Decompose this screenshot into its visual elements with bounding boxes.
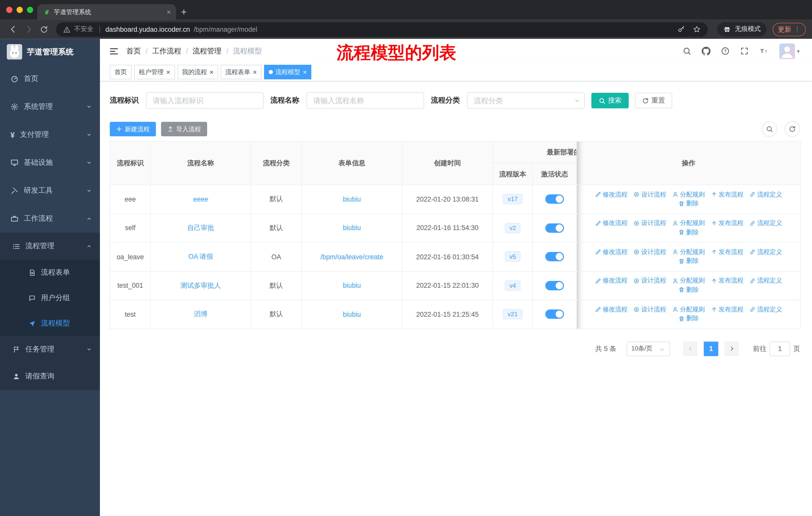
form-info-link[interactable]: biubiu (343, 310, 361, 318)
op-modify-link[interactable]: 修改流程 (595, 219, 628, 228)
search-button[interactable]: 搜索 (591, 93, 629, 108)
op-modify-link[interactable]: 修改流程 (595, 305, 628, 314)
close-icon[interactable]: × (253, 69, 257, 76)
op-design-link[interactable]: 设计流程 (634, 276, 666, 285)
op-delete-link[interactable]: 删除 (678, 228, 698, 237)
op-definition-link[interactable]: 流程定义 (750, 276, 782, 285)
sidebar-item-user-group[interactable]: 用户分组 (0, 285, 100, 311)
sidebar-item-process-model[interactable]: 流程模型 (0, 310, 100, 336)
close-icon[interactable]: × (209, 69, 213, 76)
forward-button[interactable] (22, 22, 35, 36)
back-button[interactable] (6, 22, 20, 36)
active-toggle[interactable] (545, 310, 564, 319)
form-info-link[interactable]: biubiu (343, 282, 361, 290)
op-delete-link[interactable]: 删除 (678, 257, 698, 266)
tag-tenant[interactable]: 租户管理× (134, 65, 175, 79)
op-definition-link[interactable]: 流程定义 (750, 190, 782, 199)
tag-my-process[interactable]: 我的流程× (177, 65, 218, 79)
op-definition-link[interactable]: 流程定义 (750, 305, 782, 314)
new-tab-button[interactable]: + (176, 4, 192, 20)
op-modify-link[interactable]: 修改流程 (595, 276, 628, 285)
active-toggle[interactable] (545, 252, 564, 261)
process-id-input[interactable] (146, 92, 264, 109)
import-process-button[interactable]: 导入流程 (161, 122, 207, 136)
zoom-window-button[interactable] (27, 7, 33, 13)
op-assign-link[interactable]: 分配规则 (672, 190, 705, 199)
collapse-menu-icon[interactable] (109, 46, 119, 56)
font-size-icon[interactable]: TT (759, 47, 769, 55)
page-1-button[interactable]: 1 (704, 342, 718, 356)
active-toggle[interactable] (545, 223, 564, 233)
op-delete-link[interactable]: 删除 (678, 314, 698, 323)
op-assign-link[interactable]: 分配规则 (672, 276, 705, 285)
op-publish-link[interactable]: 发布流程 (711, 305, 744, 314)
show-search-icon[interactable] (762, 121, 777, 137)
prev-page-button[interactable] (683, 342, 698, 356)
op-assign-link[interactable]: 分配规则 (672, 305, 705, 314)
sidebar-item-workflow[interactable]: 工作流程 (0, 205, 100, 233)
page-size-select[interactable]: 10条/页 (627, 342, 670, 356)
close-window-button[interactable] (6, 7, 12, 13)
close-icon[interactable]: × (303, 69, 307, 76)
url-bar[interactable]: 不安全 dashboard.yudao.iocoder.cn/bpm/manag… (56, 22, 708, 36)
op-design-link[interactable]: 设计流程 (634, 190, 666, 199)
breadcrumb-process-mgmt[interactable]: 流程管理 (193, 46, 222, 56)
fullscreen-icon[interactable] (740, 47, 749, 55)
op-modify-link[interactable]: 修改流程 (595, 190, 628, 199)
sidebar-item-process-form[interactable]: 流程表单 (0, 260, 100, 285)
form-info-link[interactable]: biubiu (343, 224, 361, 232)
next-page-button[interactable] (724, 342, 739, 356)
op-design-link[interactable]: 设计流程 (634, 248, 666, 256)
active-toggle[interactable] (545, 281, 564, 290)
op-modify-link[interactable]: 修改流程 (595, 248, 628, 256)
op-definition-link[interactable]: 流程定义 (750, 248, 782, 256)
user-menu[interactable]: ▾ (780, 43, 800, 59)
op-delete-link[interactable]: 删除 (678, 286, 698, 294)
process-name-link[interactable]: 自己审批 (187, 224, 214, 232)
menu-dots-icon[interactable]: ⋮ (794, 25, 801, 33)
sidebar-item-payment[interactable]: ¥ 支付管理 (0, 121, 100, 148)
sidebar-item-process-mgmt[interactable]: 流程管理 (0, 233, 100, 260)
close-icon[interactable]: × (166, 69, 170, 76)
password-key-icon[interactable] (677, 25, 685, 33)
op-assign-link[interactable]: 分配规则 (672, 219, 705, 228)
process-name-input[interactable] (307, 92, 424, 109)
form-info-link[interactable]: biubiu (343, 195, 361, 203)
tag-process-model[interactable]: 流程模型× (264, 65, 311, 79)
op-design-link[interactable]: 设计流程 (634, 305, 666, 314)
update-button[interactable]: 更新 ⋮ (773, 22, 806, 36)
goto-page-input[interactable] (770, 342, 790, 356)
op-publish-link[interactable]: 发布流程 (711, 248, 744, 256)
refresh-icon[interactable] (785, 121, 800, 137)
tag-home[interactable]: 首页 (110, 65, 132, 79)
sidebar-item-infra[interactable]: 基础设施 (0, 148, 100, 176)
op-publish-link[interactable]: 发布流程 (711, 276, 744, 285)
op-publish-link[interactable]: 发布流程 (711, 219, 744, 228)
op-design-link[interactable]: 设计流程 (634, 219, 666, 228)
op-definition-link[interactable]: 流程定义 (750, 219, 782, 228)
category-select[interactable] (467, 92, 585, 109)
sidebar-item-leave-query[interactable]: 请假查询 (0, 363, 100, 390)
sidebar-item-task-mgmt[interactable]: 任务管理 (0, 336, 100, 363)
reload-button[interactable] (37, 22, 51, 36)
process-name-link[interactable]: 滔博 (194, 310, 207, 318)
help-icon[interactable]: ? (721, 47, 730, 55)
sidebar-item-home[interactable]: 首页 (0, 65, 100, 93)
browser-tab[interactable]: 芋道管理系统 × (37, 4, 176, 20)
create-process-button[interactable]: 新建流程 (110, 122, 156, 136)
process-name-link[interactable]: eeee (193, 195, 208, 203)
op-delete-link[interactable]: 删除 (678, 199, 698, 208)
security-warning-icon[interactable] (63, 26, 70, 33)
process-name-link[interactable]: 测试多审批人 (180, 281, 221, 289)
op-assign-link[interactable]: 分配规则 (672, 248, 705, 256)
minimize-window-button[interactable] (17, 7, 23, 13)
tag-process-form[interactable]: 流程表单× (221, 65, 262, 79)
active-toggle[interactable] (545, 194, 564, 204)
process-name-link[interactable]: OA 请假 (188, 252, 213, 260)
sidebar-item-devtools[interactable]: 研发工具 (0, 177, 100, 205)
bookmark-star-icon[interactable] (693, 25, 701, 33)
op-publish-link[interactable]: 发布流程 (711, 190, 744, 199)
breadcrumb-workflow[interactable]: 工作流程 (152, 46, 181, 56)
search-icon[interactable] (683, 47, 692, 55)
breadcrumb-home[interactable]: 首页 (126, 46, 141, 56)
